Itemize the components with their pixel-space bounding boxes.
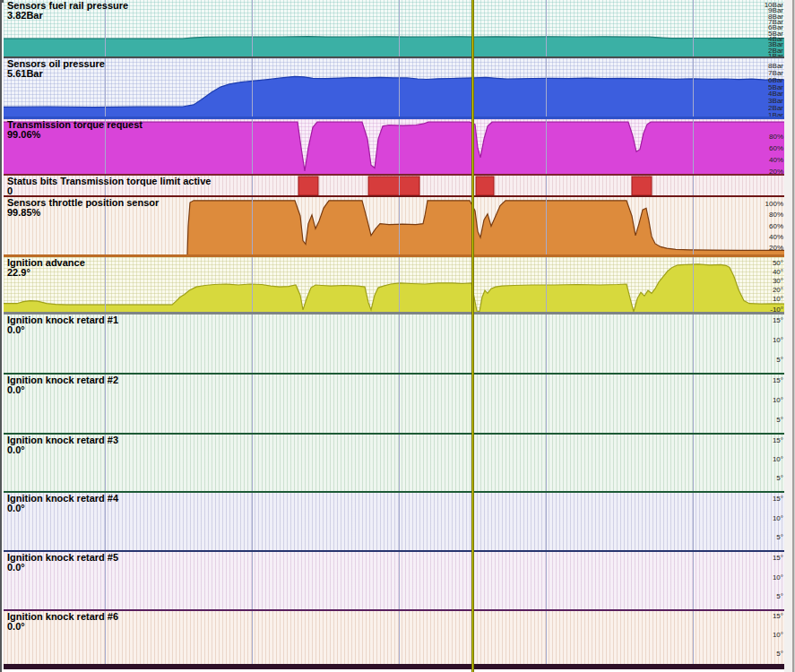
major-gridline bbox=[546, 314, 547, 373]
major-gridline bbox=[693, 119, 694, 174]
trace-knock-retard-5 bbox=[4, 552, 786, 609]
trace-ignition-advance bbox=[4, 257, 786, 312]
channel-header: Ignition knock retard #4 0.0° bbox=[7, 494, 118, 513]
status-active-block bbox=[632, 177, 652, 195]
major-gridline bbox=[252, 176, 253, 195]
channel-header: Status bits Transmission torque limit ac… bbox=[7, 177, 211, 196]
major-gridline bbox=[399, 176, 400, 195]
major-gridline bbox=[693, 314, 694, 373]
axis-tick-label: 10° bbox=[773, 296, 783, 303]
channel-strip-ignition-advance[interactable]: Ignition advance 22.9° 50°40°30°20°10°-1… bbox=[4, 257, 786, 314]
trace-knock-retard-6 bbox=[4, 611, 786, 664]
major-gridline bbox=[546, 176, 547, 195]
axis-tick-label: 20% bbox=[769, 245, 783, 252]
trace-knock-retard-3 bbox=[4, 435, 786, 491]
axis-tick-label: 60% bbox=[769, 145, 783, 152]
channel-strip-knock-retard-2[interactable]: Ignition knock retard #2 0.0° 15°10°5° bbox=[4, 375, 786, 435]
channel-strip-throttle-position-sensor[interactable]: Sensors throttle position sensor 99.85% … bbox=[4, 197, 786, 257]
major-gridline bbox=[693, 611, 694, 664]
channel-strip-knock-retard-5[interactable]: Ignition knock retard #5 0.0° 15°10°5° bbox=[4, 552, 786, 611]
channel-strip-knock-retard-3[interactable]: Ignition knock retard #3 0.0° 15°10°5° bbox=[4, 435, 786, 493]
major-gridline bbox=[399, 0, 400, 56]
channel-header: Ignition knock retard #5 0.0° bbox=[7, 553, 118, 573]
scrollbar-track[interactable] bbox=[784, 0, 795, 672]
axis-tick-label: 5° bbox=[776, 650, 783, 658]
major-gridline bbox=[399, 493, 400, 550]
playback-cursor[interactable] bbox=[471, 0, 474, 672]
axis-tick-label: 15° bbox=[773, 377, 783, 384]
axis-tick-label: 40% bbox=[769, 234, 783, 241]
channel-value: 0.0° bbox=[7, 445, 118, 455]
axis-tick-label: 10° bbox=[773, 337, 783, 344]
channel-value: 3.82Bar bbox=[7, 11, 128, 21]
major-gridline bbox=[399, 58, 400, 116]
axis-tick-label: 15° bbox=[773, 317, 783, 324]
major-gridline bbox=[546, 257, 547, 312]
major-gridline bbox=[252, 375, 253, 433]
channel-strips-container: Sensors fuel rail pressure 3.82Bar 10Bar… bbox=[4, 0, 786, 669]
channel-value: 99.85% bbox=[7, 208, 159, 218]
major-gridline bbox=[693, 176, 694, 195]
axis-tick-label: 5° bbox=[776, 475, 783, 482]
major-gridline bbox=[546, 119, 547, 174]
channel-strip-knock-retard-6[interactable]: Ignition knock retard #6 0.0° 15°10°5° bbox=[4, 611, 786, 669]
major-gridline bbox=[693, 552, 694, 609]
axis-tick-label: 100% bbox=[765, 201, 783, 208]
axis-tick-label: -10° bbox=[770, 306, 783, 314]
axis-tick-label: 20% bbox=[769, 168, 783, 176]
axis-tick-label: 15° bbox=[773, 555, 783, 562]
major-gridline bbox=[546, 611, 547, 664]
channel-header: Sensors oil pressure 5.61Bar bbox=[7, 59, 105, 79]
axis-tick-label: 10° bbox=[773, 456, 783, 463]
axis-tick-label: 20° bbox=[773, 287, 783, 294]
axis-tick-label: 5° bbox=[776, 357, 783, 364]
trace-oil-pressure bbox=[4, 58, 786, 116]
axis-tick-label: 15° bbox=[773, 437, 783, 444]
channel-header: Ignition knock retard #3 0.0° bbox=[7, 435, 118, 455]
major-gridline bbox=[693, 375, 694, 433]
status-active-block bbox=[298, 177, 318, 195]
channel-strip-status-torque-limit-active[interactable]: Status bits Transmission torque limit ac… bbox=[4, 176, 786, 197]
axis-tick-label: 15° bbox=[773, 613, 783, 620]
major-gridline bbox=[546, 197, 547, 254]
major-gridline bbox=[693, 435, 694, 491]
channel-header: Ignition advance 22.9° bbox=[7, 258, 85, 278]
channel-strip-transmission-torque-request[interactable]: Transmission torque request 99.06% 80%60… bbox=[4, 119, 786, 176]
major-gridline bbox=[252, 257, 253, 312]
major-gridline bbox=[546, 0, 547, 56]
channel-strip-knock-retard-4[interactable]: Ignition knock retard #4 0.0° 15°10°5° bbox=[4, 493, 786, 552]
channel-strip-knock-retard-1[interactable]: Ignition knock retard #1 0.0° 15°10°5° bbox=[4, 314, 786, 375]
axis-tick-label: 10° bbox=[773, 632, 783, 639]
major-gridline bbox=[252, 552, 253, 609]
axis-tick-label: 40% bbox=[769, 157, 783, 164]
channel-value: 0 bbox=[7, 186, 211, 196]
major-gridline bbox=[252, 611, 253, 664]
axis-tick-label: 40° bbox=[773, 269, 783, 276]
axis-tick-label: 30° bbox=[773, 278, 783, 285]
channel-strip-fuel-rail-pressure[interactable]: Sensors fuel rail pressure 3.82Bar 10Bar… bbox=[4, 0, 786, 58]
axis-tick-label: 15° bbox=[773, 495, 783, 503]
major-gridline bbox=[105, 58, 106, 116]
major-gridline bbox=[693, 493, 694, 550]
channel-value: 0.0° bbox=[7, 325, 118, 335]
major-gridline bbox=[252, 197, 253, 254]
channel-value: 0.0° bbox=[7, 622, 118, 632]
axis-tick-label: 5° bbox=[776, 534, 783, 541]
major-gridline bbox=[399, 197, 400, 254]
channel-header: Ignition knock retard #6 0.0° bbox=[7, 612, 118, 632]
status-active-block bbox=[368, 177, 419, 195]
axis-tick-label: 80% bbox=[769, 211, 783, 219]
channel-title: Status bits Transmission torque limit ac… bbox=[7, 177, 211, 186]
axis-tick-label: 60% bbox=[769, 223, 783, 230]
major-gridline bbox=[252, 314, 253, 373]
major-gridline bbox=[546, 375, 547, 433]
major-gridline bbox=[546, 435, 547, 491]
major-gridline bbox=[399, 611, 400, 664]
major-gridline bbox=[399, 314, 400, 373]
axis-tick-label: 5° bbox=[776, 593, 783, 600]
channel-strip-oil-pressure[interactable]: Sensors oil pressure 5.61Bar 8Bar7Bar6Ba… bbox=[4, 58, 786, 119]
datalog-viewer: Sensors fuel rail pressure 3.82Bar 10Bar… bbox=[0, 0, 795, 672]
major-gridline bbox=[693, 257, 694, 312]
channel-header: Transmission torque request 99.06% bbox=[7, 120, 143, 140]
major-gridline bbox=[693, 197, 694, 254]
